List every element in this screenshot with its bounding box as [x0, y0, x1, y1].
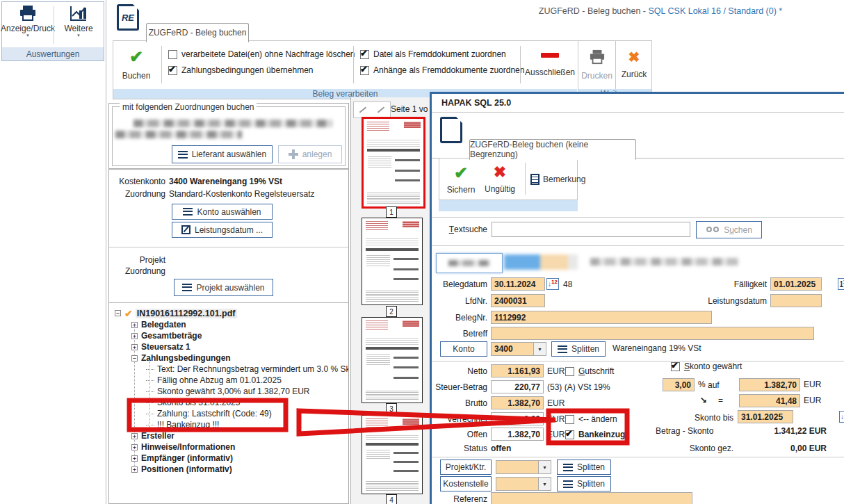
kostenstelle-button[interactable]: Kostenstelle [440, 476, 492, 491]
lfdnr-field[interactable]: 2400031 [491, 294, 545, 307]
betreff-field[interactable] [491, 327, 814, 340]
belegdatum-field[interactable]: 30.11.2024 [491, 277, 545, 291]
tree-row[interactable]: + Steuersatz 1 [109, 341, 348, 352]
verrechnet-field[interactable]: 0,00 [491, 412, 544, 425]
checkbox-row-zahlungsbedingungen[interactable]: Zahlungsbedingungen übernehmen [168, 65, 314, 75]
dialog-tab[interactable]: ZUGFeRD-Beleg buchen (keine Begrenzung) [469, 139, 636, 160]
splitten-button-konto[interactable]: Splitten [551, 341, 606, 357]
tree-row[interactable]: + Hinweise/Informationen [109, 441, 348, 453]
collapse-icon[interactable]: − [115, 310, 121, 316]
belegnr-field[interactable]: 1112992 [491, 311, 712, 324]
checkbox-row-fremddokument[interactable]: Datei als Fremddokument zuordnen [360, 49, 506, 59]
checkbox[interactable] [168, 66, 177, 75]
page-number-badge: 2 [386, 306, 397, 317]
page-tool-icon[interactable] [378, 106, 384, 113]
netto-field[interactable]: 1.161,93 [491, 364, 544, 377]
drucken-button[interactable]: Drucken [579, 43, 615, 86]
page-thumbnail-2[interactable] [362, 218, 423, 305]
anzeige-druck-button[interactable]: Anzeige/Druck ▼ [3, 3, 52, 47]
projekt-combo[interactable]: ▼ [496, 460, 551, 474]
checkbox[interactable] [168, 50, 177, 59]
expand-icon[interactable]: + [131, 333, 138, 339]
splitten-button-projekt[interactable]: Splitten [557, 460, 611, 475]
konto-auswaehlen-button[interactable]: Konto auswählen [172, 204, 273, 220]
tree-row[interactable]: Text: Der Rechnungsbetrag vermindert um … [109, 364, 348, 375]
brutto-field[interactable]: 1.382,70 [491, 396, 544, 409]
skonto-bis-label: Skonto bis [664, 411, 733, 424]
calendar-icon[interactable] [839, 411, 844, 423]
tree-row-zahlung-lastschrift[interactable]: Zahlung: Lastschrift (Code: 49) [109, 408, 348, 419]
close-x-icon: ✖ [628, 50, 640, 64]
offen-field[interactable]: 1.382,70 [491, 428, 544, 441]
page-thumbnail-4[interactable] [362, 415, 423, 494]
checkbox[interactable] [671, 362, 680, 371]
dropdown-arrow-icon[interactable]: ▼ [538, 460, 551, 474]
skonto-bis-field[interactable]: 31.01.2025 [738, 410, 793, 423]
tree-row[interactable]: Skonto gewährt 3,00% auf 1.382,70 EUR [109, 386, 348, 397]
bankeinzug-checkbox-row[interactable]: Bankeinzug [565, 430, 625, 439]
gutschrift-checkbox-row[interactable]: Gutschrift [565, 366, 614, 376]
tree-row-bankeinzug[interactable]: !!! Bankeinzug !!! [109, 419, 348, 430]
leistungsdatum-field[interactable] [770, 294, 822, 307]
tree-row[interactable]: − Zahlungsbedingungen [109, 352, 348, 364]
tab-zugferd-beleg-buchen[interactable]: ZUGFeRD - Beleg buchen [146, 23, 249, 42]
kostenstelle-combo[interactable]: ▼ [496, 477, 551, 491]
konto-combo[interactable]: 3400 ▼ [491, 342, 546, 356]
tree-row[interactable]: + Ersteller [109, 430, 348, 441]
tree-row[interactable]: Skonto bis 31.01.2025 [109, 397, 348, 408]
expand-icon[interactable]: + [131, 444, 138, 450]
checkbox-row-delete-files[interactable]: verarbeitete Datei(en) ohne Nachfrage lö… [168, 49, 355, 59]
splitten-button-kostenstelle[interactable]: Splitten [557, 476, 611, 491]
weitere-button[interactable]: Weitere ▼ [55, 3, 102, 47]
eur-label: EUR [547, 398, 565, 408]
leistungsdatum-button[interactable]: Leistungsdatum ... [172, 222, 273, 238]
suchen-button[interactable]: Suchen [696, 221, 762, 238]
expand-icon[interactable]: + [131, 322, 138, 328]
checkbox[interactable] [360, 50, 369, 59]
redacted-supplier-button[interactable] [436, 253, 503, 273]
skonto-betrag-field[interactable]: 41,48 [739, 394, 800, 407]
sichern-button[interactable]: ✔ Sichern [443, 161, 479, 197]
bemerkung-button[interactable]: Bemerkung [530, 170, 575, 188]
page-thumbnail-1[interactable] [362, 117, 425, 209]
checkbox[interactable] [360, 66, 369, 75]
dropdown-arrow-icon[interactable]: ▼ [533, 342, 546, 356]
tree-row[interactable]: + Empfänger (informativ) [109, 453, 348, 464]
anlegen-button[interactable]: anlegen [278, 145, 342, 163]
projekt-auswaehlen-button[interactable]: Projekt auswählen [174, 279, 273, 296]
skonto-gewaehrt-checkbox-row[interactable]: Skonto gewährt [671, 361, 742, 371]
buchen-button[interactable]: ✔ Buchen [115, 43, 158, 86]
textsuche-input[interactable] [492, 222, 690, 237]
expand-icon[interactable]: + [131, 466, 138, 473]
tree-row[interactable]: Fällig ohne Abzug am 01.01.2025 [109, 375, 348, 386]
projekt-ktr-button[interactable]: Projekt/Ktr. [440, 460, 492, 475]
skonto-pct-field[interactable]: 3,00 [663, 378, 695, 391]
checkbox[interactable] [565, 430, 574, 439]
tree-row[interactable]: + Positionen (informativ) [109, 464, 348, 475]
referenz-field[interactable] [491, 492, 692, 504]
collapse-icon[interactable]: − [131, 355, 138, 361]
invoice-logo [403, 418, 419, 425]
konto-button[interactable]: Konto [440, 341, 487, 357]
expand-icon[interactable]: + [131, 455, 138, 462]
checkbox-row-anhaenge[interactable]: Anhänge als Fremddokumente zuordnen [360, 65, 524, 75]
tree-row[interactable]: + Belegdaten [109, 319, 348, 330]
steuer-field[interactable]: 220,77 [491, 380, 544, 393]
lieferant-auswaehlen-button[interactable]: Lieferant auswählen [172, 145, 273, 163]
calendar-icon[interactable] [546, 278, 559, 290]
page-thumbnail-3[interactable] [362, 317, 423, 403]
zurueck-button[interactable]: ✖ Zurück [617, 43, 651, 86]
expand-icon[interactable]: + [131, 433, 138, 439]
tree-row-root[interactable]: − ✔ IN190161112992.101.pdf [109, 307, 348, 319]
faelligkeit-field[interactable]: 01.01.2025 [770, 277, 822, 291]
page-tool-icon[interactable] [359, 106, 366, 113]
aendern-checkbox-row[interactable]: <-- ändern [565, 414, 617, 424]
checkbox[interactable] [565, 415, 574, 424]
tree-row[interactable]: + Gesamtbeträge [109, 330, 348, 341]
expand-icon[interactable]: + [131, 344, 138, 350]
ungueltig-button[interactable]: ✖ Ungültig [480, 161, 519, 197]
dropdown-arrow-icon[interactable]: ▼ [538, 477, 551, 491]
skonto-basis-field[interactable]: 1.382,70 [739, 378, 800, 391]
ausschliessen-button[interactable]: Ausschließen [523, 43, 577, 86]
checkbox[interactable] [565, 367, 574, 376]
